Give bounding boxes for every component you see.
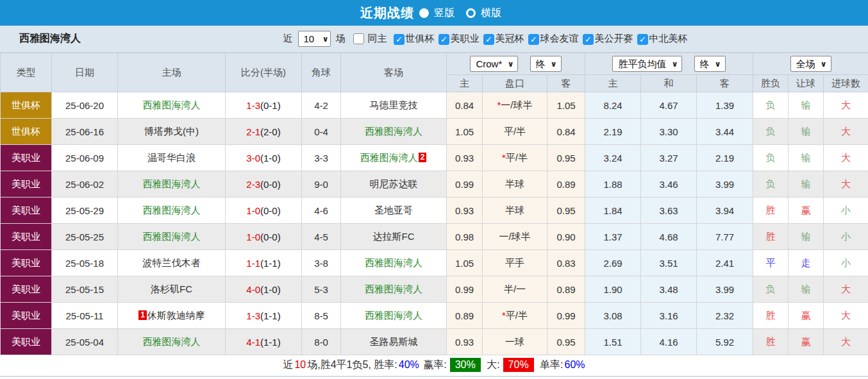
home-team-cell[interactable]: 博塔弗戈(中) — [118, 119, 226, 145]
half-time-score: (1-0) — [260, 284, 281, 295]
wdl-result-cell: 负 — [753, 92, 789, 119]
avg-win-odds-cell: 8.24 — [585, 92, 641, 119]
home-team-cell[interactable]: 西雅图海湾人 — [118, 329, 226, 355]
handicap-result-cell: 输 — [789, 119, 824, 145]
vertical-layout-label[interactable]: 竖版 — [434, 6, 455, 20]
handicap-result-cell: 输 — [789, 224, 824, 250]
handicap-line: 半球 — [505, 205, 524, 215]
home-team-cell[interactable]: 西雅图海湾人 — [118, 198, 226, 224]
summary-segment-5: 30% — [450, 358, 481, 372]
col-header-type: 类型 — [1, 53, 52, 92]
handicap-away-odds-cell: 1.05 — [547, 92, 585, 119]
goals-result-cell: 大 — [824, 276, 868, 303]
match-row: 美职业25-05-25西雅图海湾人1-0(0-0)4-5达拉斯FC0.98一/球… — [1, 224, 868, 250]
horizontal-layout-label[interactable]: 横版 — [481, 6, 501, 20]
same-home-label[interactable]: 同主 — [368, 33, 387, 45]
match-date-cell: 25-05-29 — [52, 198, 118, 224]
filter-bar: 西雅图海湾人 近 10 场 同主 世俱杯美职业美冠杯球会友谊美公开赛中北美杯 — [0, 26, 868, 53]
league-checkbox-label-2[interactable]: 美冠杯 — [496, 33, 524, 44]
away-team-cell[interactable]: 达拉斯FC — [341, 224, 447, 250]
handicap-home-odds-cell: 0.99 — [447, 171, 483, 198]
corner-cell: 0-4 — [302, 119, 341, 145]
home-team-cell[interactable]: 西雅图海湾人 — [118, 92, 226, 119]
home-team-cell[interactable]: 波特兰伐木者 — [118, 250, 226, 276]
home-team-cell[interactable]: 1休斯敦迪纳摩 — [118, 303, 226, 329]
page-title: 近期战绩 — [360, 4, 414, 22]
handicap-line-cell: 一球 — [483, 329, 547, 355]
handicap-home-odds-cell: 0.93 — [447, 329, 483, 355]
match-count-select[interactable]: 10 — [298, 31, 331, 47]
league-checkbox-3[interactable] — [528, 34, 539, 45]
league-checkbox-2[interactable] — [483, 34, 494, 45]
handicap-home-odds-cell: 0.98 — [447, 224, 483, 250]
score-cell: 4-0(1-0) — [226, 276, 302, 303]
handicap-home-odds-cell: 0.84 — [447, 92, 483, 119]
subheader-pan-home: 主 — [447, 75, 483, 92]
home-team-cell[interactable]: 西雅图海湾人 — [118, 171, 226, 198]
league-checkbox-0[interactable] — [394, 34, 405, 45]
match-row: 美职业25-06-09温哥华白浪3-0(1-0)3-3西雅图海湾人20.93*平… — [1, 145, 868, 171]
same-home-checkbox[interactable] — [353, 33, 364, 44]
home-team-name: 西雅图海湾人 — [143, 178, 201, 189]
summary-segment-8: 单率: — [537, 358, 563, 372]
away-team-cell[interactable]: 西雅图海湾人 — [341, 119, 447, 145]
away-team-cell[interactable]: 西雅图海湾人2 — [341, 145, 447, 171]
handicap-home-odds-cell: 0.99 — [447, 276, 483, 303]
handicap-line-cell: *一/球半 — [483, 92, 547, 119]
league-checkbox-1[interactable] — [438, 34, 449, 45]
away-team-cell[interactable]: 圣地亚哥 — [341, 198, 447, 224]
handicap-line-cell: 半/一 — [483, 276, 547, 303]
league-checkbox-label-0[interactable]: 世俱杯 — [406, 33, 435, 44]
handicap-group-header: Crow* 终 — [447, 53, 585, 75]
league-checkboxes: 世俱杯美职业美冠杯球会友谊美公开赛中北美杯 — [390, 33, 688, 45]
score-cell: 1-3(1-1) — [226, 303, 302, 329]
home-team-cell[interactable]: 温哥华白浪 — [118, 145, 226, 171]
league-checkbox-label-4[interactable]: 美公开赛 — [595, 33, 633, 44]
avg-draw-odds-cell: 3.51 — [641, 250, 697, 276]
away-team-cell[interactable]: 西雅图海湾人 — [341, 303, 447, 329]
league-checkbox-label-3[interactable]: 球会友谊 — [540, 33, 579, 44]
league-checkbox-label-5[interactable]: 中北美杯 — [649, 33, 688, 44]
league-type-cell: 美职业 — [1, 329, 52, 355]
match-row: 世俱杯25-06-16博塔弗戈(中)2-1(2-0)0-4西雅图海湾人1.05平… — [1, 119, 868, 145]
vertical-layout-radio[interactable] — [419, 8, 429, 18]
score-cell: 4-1(1-1) — [226, 329, 302, 355]
avg-type-select[interactable]: 胜平负均值 — [612, 56, 682, 72]
handicap-line: 一/球半 — [501, 99, 532, 110]
avg-time-select[interactable]: 终 — [694, 56, 726, 72]
away-team-cell[interactable]: 马德里竞技 — [341, 92, 447, 119]
avg-lose-odds-cell: 3.44 — [697, 119, 753, 145]
away-team-cell[interactable]: 西雅图海湾人 — [341, 276, 447, 303]
home-team-name: 温哥华白浪 — [147, 152, 196, 163]
avg-win-odds-cell: 1.51 — [585, 329, 641, 355]
avg-draw-odds-cell: 4.67 — [641, 92, 697, 119]
match-row: 世俱杯25-06-20西雅图海湾人1-3(0-1)4-2马德里竞技0.84*一/… — [1, 92, 868, 119]
avg-lose-odds-cell: 1.39 — [697, 92, 753, 119]
half-time-score: (1-1) — [260, 310, 281, 321]
corner-cell: 4-6 — [302, 198, 341, 224]
league-checkbox-4[interactable] — [583, 34, 594, 45]
full-time-score: 3-0 — [246, 153, 260, 164]
scope-select[interactable]: 全场 — [790, 56, 831, 72]
goals-result-cell: 大 — [824, 303, 868, 329]
league-checkbox-5[interactable] — [637, 34, 648, 45]
handicap-line-cell: 半球 — [483, 198, 547, 224]
avg-draw-odds-cell: 3.46 — [641, 171, 697, 198]
away-team-cell[interactable]: 西雅图海湾人 — [341, 250, 447, 276]
odds-time-select[interactable]: 终 — [530, 56, 562, 72]
summary-segment-3: 40% — [399, 359, 419, 371]
score-cell: 2-3(0-0) — [226, 171, 302, 198]
home-team-cell[interactable]: 西雅图海湾人 — [118, 224, 226, 250]
away-team-name: 西雅图海湾人 — [365, 310, 422, 321]
away-team-cell[interactable]: 圣路易斯城 — [341, 329, 447, 355]
home-team-cell[interactable]: 洛杉矶FC — [118, 276, 226, 303]
league-type-cell: 世俱杯 — [1, 92, 52, 119]
league-checkbox-label-1[interactable]: 美职业 — [451, 33, 480, 44]
match-date-cell: 25-05-11 — [52, 303, 118, 329]
subheader-avg-home: 主 — [585, 75, 641, 92]
avg-lose-odds-cell: 3.94 — [697, 198, 753, 224]
horizontal-layout-radio[interactable] — [466, 8, 476, 18]
odds-company-select[interactable]: Crow* — [470, 56, 518, 72]
wdl-result-cell: 负 — [753, 276, 789, 303]
away-team-cell[interactable]: 明尼苏达联 — [341, 171, 447, 198]
